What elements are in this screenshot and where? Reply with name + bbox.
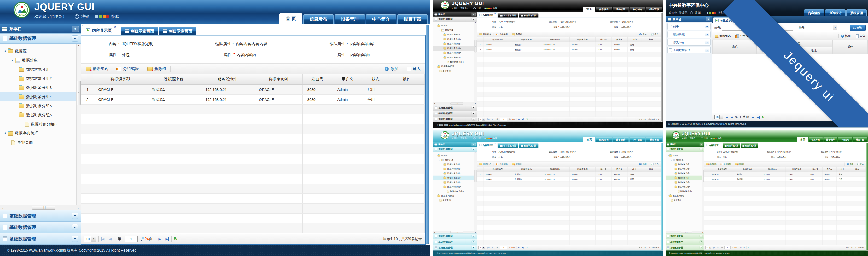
add-group-button[interactable]: 新增组名 [704,163,719,166]
scroll-left-icon[interactable]: ◂ [433,103,436,104]
scroll-thumb[interactable]: ❘❘❘ [32,206,55,210]
tree-item[interactable]: 事业页面 [0,138,76,147]
content-tab-1[interactable]: 栏目示意页面 [498,143,518,148]
accordion-header-active[interactable]: 基础数据管理 [666,147,704,152]
tree-item[interactable]: 数据源 [666,153,702,158]
skin-swatch-3[interactable] [106,15,109,18]
nav-tab-4[interactable]: 报表下载 [397,14,428,24]
first-page-button[interactable]: ◀ [488,118,490,120]
last-page-button[interactable]: ▶ [521,118,524,120]
tab-close-icon[interactable]: × [494,143,496,144]
next-page-button[interactable]: ▶ [518,118,520,120]
horizontal-scrollbar[interactable]: ◂❘❘❘▸ [0,205,81,210]
accordion-header-active[interactable]: 基础数据管理 [0,33,81,43]
chevron-down-button[interactable] [71,213,79,219]
skin-swatch-1[interactable] [99,15,102,18]
chevron-down-button[interactable] [472,106,475,109]
content-tab-0[interactable]: 内容显示页× [82,25,120,35]
skin-swatch-0[interactable] [484,138,486,139]
dropdown-arrow-icon[interactable]: ▼ [91,236,96,242]
content-tab-1[interactable]: 栏目示意页面 [498,13,518,18]
accordion-header-2[interactable]: 基础数据管理 [666,245,704,251]
nav-tab-3[interactable]: 中心简介 [629,137,646,142]
tree-item[interactable]: 数据源 [433,153,474,158]
nav-tab-4[interactable]: 报表下载 [646,7,662,12]
nav-tab-1[interactable]: 信息发布 [808,137,823,142]
code-select[interactable] [806,25,837,30]
nav-tab-1[interactable]: 信息发布 [596,137,612,142]
chevron-down-button[interactable] [472,234,475,238]
page-input[interactable] [125,236,138,242]
skin-swatch-1[interactable] [486,7,488,9]
dropdown-arrow-icon[interactable]: ▼ [482,246,485,249]
add-group-button[interactable]: 新增组名 [82,66,113,72]
chevron-down-button[interactable] [472,241,475,244]
edit-group-button[interactable]: 分组编辑 [494,33,510,36]
accordion-header-0[interactable]: 基础数据管理 [666,233,704,239]
scroll-thumb[interactable]: ≡ [702,170,704,182]
content-tab-0[interactable]: 内容显示页× [477,12,498,17]
nav-tab-0[interactable]: 首 页 [583,137,595,142]
accordion-header-0[interactable]: 基础数据管理 [0,210,81,222]
dropdown-arrow-icon[interactable]: ▼ [709,246,711,249]
chevron-down-button[interactable] [472,148,475,151]
tree-item[interactable]: 数据对象分组5 [433,180,474,185]
accordion-header-0[interactable]: 基础数据管理 [433,105,477,111]
accordion-header-1[interactable]: 基础数据管理 [0,222,81,233]
tree-item[interactable]: 数据对象分组2 [433,167,474,171]
add-button[interactable]: +添加 [380,66,403,72]
expand-icon[interactable] [436,25,436,26]
tree-item[interactable]: 数据字典管理 [433,193,474,198]
scroll-track[interactable]: ❘❘❘ [436,103,474,105]
scroll-up-icon[interactable]: ▲ [703,152,704,153]
delete-group-button[interactable]: 删除组 [510,163,525,166]
tree-item[interactable]: 事业页面 [433,198,474,203]
tree-item[interactable]: 数据对象分组4 [0,92,76,101]
skin-label[interactable]: 换肤 [493,137,497,140]
scroll-right-icon[interactable]: ▸ [474,103,477,104]
collapse-button[interactable]: « [472,13,476,16]
tree-item[interactable]: 数据字典管理 [666,193,702,198]
scroll-up-icon[interactable]: ▲ [78,44,80,47]
accordion-header-active[interactable]: 基础数据管理 [433,147,477,152]
expand-icon[interactable] [11,60,13,61]
chevron-down-button[interactable] [472,246,475,249]
expand-icon[interactable] [436,66,436,67]
chevron-down-button[interactable] [700,148,703,151]
skin-swatch-2[interactable] [488,138,490,139]
nav-tab-2[interactable]: 设备管理 [613,7,629,12]
nav-tab-2[interactable]: 设备管理 [823,137,838,142]
content-tab-2[interactable]: 栏目示意页面 [519,13,538,18]
first-page-button[interactable]: ◀ [713,247,715,249]
nav-tab-1[interactable]: 信息发布 [303,14,334,24]
skin-swatch-0[interactable] [95,15,98,18]
add-group-button[interactable]: 新增组名 [712,34,734,38]
tree-scrollbar[interactable]: ▲≡ [474,152,477,231]
chevron-down-button[interactable] [472,112,475,115]
nav-tab-2[interactable]: 系统管理 [846,9,867,16]
edit-group-button[interactable]: 分组编辑 [719,163,733,166]
scroll-track[interactable]: ❘❘❘ [436,231,474,233]
tree-item[interactable]: 事业页面 [433,69,474,73]
chevron-down-button[interactable] [71,224,79,230]
content-tab-1[interactable]: 栏目示意页面 [121,27,158,35]
prev-page-button[interactable]: ◀ [108,237,113,241]
expand-icon[interactable] [436,155,436,156]
tree-item[interactable]: 数据对象分组5 [0,101,76,111]
collapse-button[interactable]: « [700,143,703,146]
tree-item[interactable]: 数据对象分组6 [433,189,474,193]
refresh-icon[interactable]: ↻ [762,115,764,119]
scroll-right-icon[interactable]: ▸ [76,207,81,209]
nav-tab-4[interactable]: 报表下载 [646,137,662,142]
sidebar-item-2[interactable]: 修复bug [668,39,711,46]
chevron-down-button[interactable] [705,41,709,44]
tree-item[interactable]: 数据对象分组6 [433,60,474,64]
vertical-scrollbar[interactable] [426,25,429,244]
tree-scrollbar[interactable]: ▲≡ [474,22,477,102]
collapse-button[interactable]: « [706,17,711,22]
delete-group-button[interactable]: 删除组 [143,66,170,72]
scroll-left-icon[interactable]: ◂ [0,207,5,209]
prev-page-button[interactable]: ◀ [491,247,494,249]
vertical-scrollbar[interactable] [866,143,868,250]
import-button[interactable]: 导入 [853,34,868,38]
